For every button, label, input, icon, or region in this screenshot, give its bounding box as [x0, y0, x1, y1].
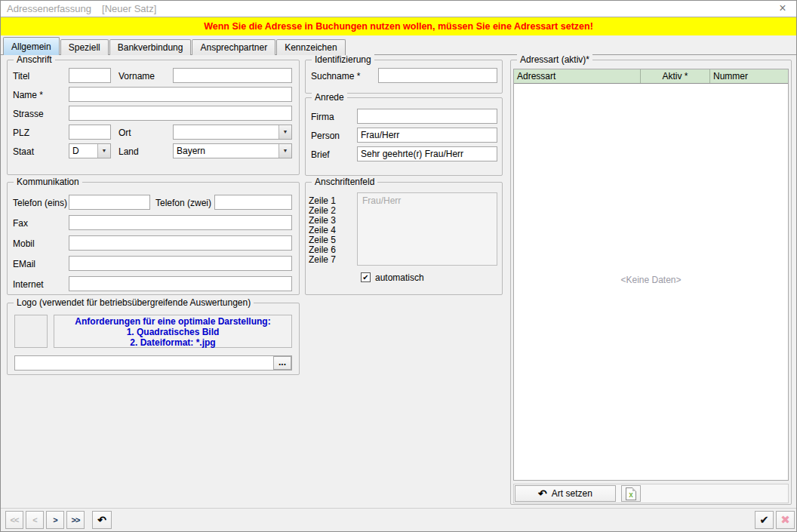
logo-hint-panel: Anforderungen für eine optimale Darstell… — [54, 315, 292, 348]
strasse-input[interactable] — [69, 106, 292, 121]
title-bar: Adressenerfassung[Neuer Satz] × — [1, 1, 796, 17]
tab-bar: Allgemein Speziell Bankverbindung Anspre… — [3, 37, 346, 55]
undo-arrow-icon: ↶ — [538, 488, 547, 499]
telefon-zwei-label: Telefon (zwei) — [155, 198, 211, 208]
window-title: Adressenerfassung[Neuer Satz] — [7, 1, 156, 17]
last-record-icon: >> — [72, 515, 80, 524]
mobil-label: Mobil — [13, 238, 35, 249]
land-value: Bayern — [177, 146, 278, 156]
fax-label: Fax — [13, 218, 28, 229]
zeile-4-label: Zeile 4 — [309, 225, 336, 235]
vorname-input[interactable] — [173, 68, 292, 83]
chevron-down-icon[interactable]: ▼ — [278, 125, 291, 139]
logo-image-placeholder — [14, 315, 48, 348]
zeile-1-label: Zeile 1 — [309, 195, 336, 206]
staat-value: D — [72, 146, 97, 156]
kommunikation-legend: Kommunikation — [14, 177, 82, 187]
no-data-text: <Keine Daten> — [514, 275, 788, 285]
anschriftenfeld-preview: Frau/Herr — [357, 192, 497, 266]
column-header-nummer[interactable]: Nummer — [710, 69, 788, 83]
mobil-input[interactable] — [69, 235, 292, 251]
suchname-label: Suchname * — [311, 71, 360, 81]
strasse-label: Strasse — [13, 109, 44, 119]
excel-export-icon: x — [626, 487, 636, 500]
fax-input[interactable] — [69, 215, 292, 230]
checkmark-icon: ✔ — [759, 513, 769, 527]
close-icon[interactable]: × — [771, 1, 795, 17]
app-title: Adressenerfassung — [7, 3, 91, 14]
nav-last-button[interactable]: >> — [66, 511, 85, 529]
internet-input[interactable] — [69, 276, 292, 291]
email-input[interactable] — [69, 256, 292, 271]
tab-bankverbindung[interactable]: Bankverbindung — [109, 39, 192, 55]
undo-arrow-icon: ↶ — [97, 515, 106, 525]
telefon-eins-label: Telefon (eins) — [13, 198, 67, 208]
telefon-zwei-input[interactable] — [214, 195, 292, 210]
column-header-aktiv[interactable]: Aktiv * — [641, 69, 710, 83]
column-header-adressart[interactable]: Adressart — [514, 69, 641, 83]
anschrift-legend: Anschrift — [14, 54, 55, 65]
land-combobox[interactable]: Bayern ▼ — [173, 143, 292, 158]
tab-kennzeichen[interactable]: Kennzeichen — [276, 39, 345, 55]
ort-label: Ort — [118, 128, 131, 138]
zeile-2-label: Zeile 2 — [309, 205, 336, 216]
previous-record-icon: < — [32, 515, 36, 524]
logo-hint-line2: 2. Dateiformat: *.jpg — [54, 337, 291, 348]
bottom-toolbar — [1, 508, 796, 532]
firma-label: Firma — [311, 112, 334, 122]
chevron-down-icon[interactable]: ▼ — [97, 144, 110, 158]
confirm-button[interactable]: ✔ — [755, 511, 774, 529]
tab-speziell[interactable]: Speziell — [60, 39, 109, 55]
staat-combobox[interactable]: D ▼ — [69, 143, 111, 158]
adressart-table-header: Adressart Aktiv * Nummer — [514, 69, 788, 84]
anrede-legend: Anrede — [312, 92, 347, 103]
cancel-x-icon: ✖ — [780, 513, 790, 527]
zeile-3-label: Zeile 3 — [309, 215, 336, 226]
automatisch-checkbox[interactable]: ✔ — [361, 272, 371, 282]
anschriftenfeld-legend: Anschriftenfeld — [312, 177, 377, 187]
next-record-icon: > — [53, 515, 57, 524]
plz-input[interactable] — [69, 125, 111, 140]
chevron-down-icon[interactable]: ▼ — [278, 144, 291, 158]
internet-label: Internet — [13, 279, 44, 290]
brief-input[interactable] — [357, 146, 497, 161]
revert-button[interactable]: ↶ — [92, 511, 112, 529]
titel-input[interactable] — [69, 68, 111, 83]
nav-first-button: << — [5, 511, 23, 529]
telefon-eins-input[interactable] — [69, 195, 150, 210]
email-label: EMail — [13, 259, 35, 269]
record-state: [Neuer Satz] — [102, 3, 156, 14]
plz-label: PLZ — [13, 128, 29, 138]
warning-banner: Wenn Sie die Adresse in Buchungen nutzen… — [1, 17, 796, 35]
titel-label: Titel — [13, 71, 29, 81]
logo-path-input[interactable] — [14, 355, 292, 371]
identifizierung-legend: Identifizierung — [312, 54, 374, 65]
ort-combobox[interactable]: ▼ — [173, 125, 292, 140]
firma-input[interactable] — [357, 109, 497, 124]
person-input[interactable] — [357, 128, 497, 143]
nav-next-button[interactable]: > — [46, 511, 64, 529]
adressenerfassung-window: Adressenerfassung[Neuer Satz] × Wenn Sie… — [0, 0, 797, 532]
adressart-table: Adressart Aktiv * Nummer <Keine Daten> — [513, 69, 789, 481]
zeile-5-label: Zeile 5 — [309, 235, 336, 245]
cancel-button[interactable]: ✖ — [776, 511, 795, 529]
nav-prev-button: < — [26, 511, 44, 529]
adressart-legend: Adressart (aktiv)* — [517, 54, 592, 65]
automatisch-label: automatisch — [375, 272, 424, 283]
person-label: Person — [311, 131, 340, 141]
logo-legend: Logo (verwendet für betriebsübergreifend… — [14, 297, 254, 308]
tab-allgemein[interactable]: Allgemein — [3, 37, 60, 55]
art-setzen-button[interactable]: ↶ Art setzen — [515, 485, 616, 502]
tab-ansprechpartner[interactable]: Ansprechpartner — [192, 39, 275, 55]
vorname-label: Vorname — [118, 71, 155, 81]
suchname-input[interactable] — [378, 68, 497, 83]
name-label: Name * — [13, 90, 43, 100]
browse-button[interactable]: ... — [273, 356, 291, 370]
name-input[interactable] — [69, 87, 292, 102]
logo-hint-line1: 1. Quadratisches Bild — [54, 327, 291, 337]
excel-export-button[interactable]: x — [621, 485, 641, 502]
staat-label: Staat — [13, 146, 34, 157]
land-label: Land — [118, 146, 139, 157]
brief-label: Brief — [311, 149, 330, 160]
zeile-6-label: Zeile 6 — [309, 244, 336, 255]
